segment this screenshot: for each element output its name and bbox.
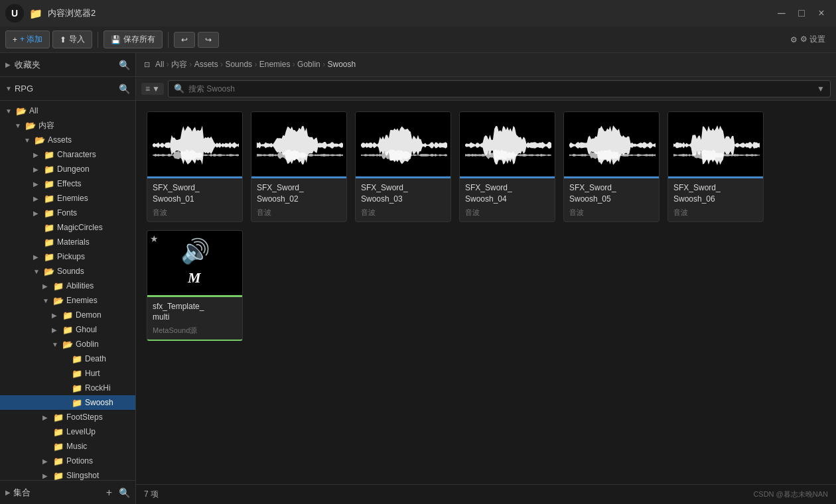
sidebar-item-swoosh[interactable]: 📁Swoosh	[0, 395, 135, 410]
minimize-button[interactable]: ─	[772, 4, 791, 23]
asset-name-sword1: SFX_Sword_ Swoosh_01	[153, 182, 237, 205]
asset-card-sword4[interactable]: SFX_Sword_ Swoosh_04音波	[459, 111, 555, 222]
favorites-search-icon[interactable]: 🔍	[119, 60, 130, 70]
maximize-button[interactable]: □	[792, 4, 811, 23]
breadcrumb-item-swoosh[interactable]: Swoosh	[327, 60, 356, 69]
toolbar-right: ⚙ ⚙ 设置	[785, 31, 831, 48]
asset-card-sword6[interactable]: SFX_Sword_ Swoosh_06音波	[667, 111, 764, 222]
folder-icon-abilities: 📁	[53, 281, 64, 291]
save-icon: 💾	[111, 35, 121, 44]
folder-icon-characters: 📁	[44, 150, 54, 160]
search-bar: ≡ ▼ 🔍 ▼	[136, 77, 836, 101]
rpg-header: ▼ RPG 🔍	[0, 77, 135, 101]
sidebar-item-neirong[interactable]: ▼📂内容	[0, 118, 135, 133]
tree-item-label-potions: Potions	[66, 456, 93, 466]
add-button[interactable]: + + 添加	[5, 31, 50, 48]
sidebar-item-death[interactable]: 📁Death	[0, 351, 135, 366]
tree-item-label-death: Death	[85, 354, 106, 363]
tree-item-label-enemies2: Enemies	[66, 296, 98, 305]
attribution: CSDN @暮志未晚NAN	[753, 489, 828, 499]
sidebar-item-hurt[interactable]: 📁Hurt	[0, 366, 135, 381]
add-collection-icon[interactable]: +	[106, 487, 112, 499]
sidebar-item-abilities[interactable]: ▶📁Abilities	[0, 279, 135, 293]
sidebar-item-slingshot[interactable]: ▶📁Slingshot	[0, 468, 135, 480]
next-button[interactable]: ↪	[198, 32, 219, 48]
asset-info-sword5: SFX_Sword_ Swoosh_05音波	[564, 178, 659, 221]
asset-card-sword1[interactable]: SFX_Sword_ Swoosh_01音波	[147, 111, 243, 222]
expand-arrow-sounds: ▼	[33, 268, 41, 275]
sidebar-item-sounds[interactable]: ▼📂Sounds	[0, 264, 135, 279]
tree-item-label-rockhi: RockHi	[85, 383, 111, 393]
sidebar-item-assets[interactable]: ▼📂Assets	[0, 133, 135, 147]
sidebar-item-effects[interactable]: ▶📁Effects	[0, 176, 135, 191]
sidebar-item-demon[interactable]: ▶📁Demon	[0, 308, 135, 322]
sidebar-item-dungeon[interactable]: ▶📁Dungeon	[0, 162, 135, 176]
sidebar-item-potions[interactable]: ▶📁Potions	[0, 454, 135, 468]
sidebar-item-all[interactable]: ▼📂All	[0, 103, 135, 118]
blue-accent-line	[564, 176, 660, 178]
breadcrumb-item-all[interactable]: All	[155, 60, 164, 69]
import-button[interactable]: ⬆ 导入	[52, 31, 92, 48]
rpg-search-icon[interactable]: 🔍	[119, 84, 130, 94]
asset-thumbnail-sword3	[356, 112, 451, 178]
breadcrumb-item-enemies[interactable]: Enemies	[259, 60, 291, 69]
search-input[interactable]	[188, 84, 813, 94]
expand-arrow-ghoul: ▶	[52, 326, 60, 334]
tree-item-label-sounds: Sounds	[57, 267, 84, 276]
toolbar-separator	[98, 32, 98, 48]
asset-type-sword5: 音波	[569, 208, 654, 218]
folder-icon-ghoul: 📁	[62, 325, 73, 335]
save-all-button[interactable]: 💾 保存所有	[104, 31, 163, 48]
expand-arrow-footsteps: ▶	[42, 414, 50, 421]
sidebar-item-goblin[interactable]: ▼📂Goblin	[0, 337, 135, 351]
sidebar-item-pickups[interactable]: ▶📁Pickups	[0, 249, 135, 264]
expand-arrow-assets: ▼	[24, 137, 32, 144]
tree-item-label-goblin: Goblin	[76, 340, 99, 349]
sidebar-item-enemies2[interactable]: ▼📂Enemies	[0, 293, 135, 308]
tree-item-label-abilities: Abilities	[66, 281, 94, 290]
folder-icon-demon: 📁	[62, 310, 73, 320]
asset-card-sword5[interactable]: SFX_Sword_ Swoosh_05音波	[563, 111, 660, 222]
blue-accent-line	[251, 176, 347, 178]
breadcrumb-item-sounds[interactable]: Sounds	[225, 60, 252, 69]
prev-button[interactable]: ↩	[174, 32, 195, 48]
waveform-sword4	[465, 125, 551, 165]
favorites-label: 收藏夹	[15, 59, 116, 71]
sidebar-item-footsteps[interactable]: ▶📁FootSteps	[0, 410, 135, 424]
asset-info-sword2: SFX_Sword_ Swoosh_02音波	[251, 178, 346, 221]
sidebar-item-ghoul[interactable]: ▶📁Ghoul	[0, 322, 135, 337]
expand-arrow-pickups: ▶	[33, 253, 41, 261]
sidebar-item-enemies[interactable]: ▶📁Enemies	[0, 191, 135, 206]
search-collection-icon[interactable]: 🔍	[119, 487, 130, 498]
folder-icon-goblin: 📂	[62, 340, 73, 349]
filter-button[interactable]: ≡ ▼	[141, 83, 164, 95]
sidebar-item-rockhi[interactable]: 📁RockHi	[0, 381, 135, 395]
expand-arrow-abilities: ▶	[42, 283, 50, 290]
close-button[interactable]: ×	[812, 4, 831, 23]
asset-card-sword3[interactable]: SFX_Sword_ Swoosh_03音波	[355, 111, 451, 222]
asset-name-sword4: SFX_Sword_ Swoosh_04	[465, 182, 549, 205]
sidebar-item-music[interactable]: 📁Music	[0, 439, 135, 454]
sidebar-item-magiccircles[interactable]: 📁MagicCircles	[0, 220, 135, 235]
ue-logo: U	[5, 4, 24, 23]
sidebar-item-fonts[interactable]: ▶📁Fonts	[0, 206, 135, 220]
breadcrumb-item-内容[interactable]: 内容	[171, 60, 187, 69]
sidebar-item-characters[interactable]: ▶📁Characters	[0, 147, 135, 162]
settings-button[interactable]: ⚙ ⚙ 设置	[785, 31, 831, 48]
breadcrumb-item-goblin[interactable]: Goblin	[297, 60, 320, 69]
blue-accent-line	[356, 176, 451, 178]
breadcrumb-separator: ›	[164, 60, 171, 69]
folder-icon-dungeon: 📁	[44, 164, 54, 174]
tree-item-label-fonts: Fonts	[57, 208, 77, 218]
breadcrumb-item-assets[interactable]: Assets	[194, 60, 218, 69]
sidebar-item-levelup[interactable]: 📁LevelUp	[0, 424, 135, 439]
tree-item-label-characters: Characters	[57, 150, 96, 159]
tree-item-label-hurt: Hurt	[85, 369, 100, 378]
asset-card-template[interactable]: 🔊M★sfx_Template_ multiMetaSound源	[147, 230, 243, 342]
sidebar-item-materials[interactable]: 📁Materials	[0, 235, 135, 249]
search-dropdown-arrow[interactable]: ▼	[817, 84, 825, 94]
expand-arrow-fonts: ▶	[33, 210, 41, 217]
tree-item-label-dungeon: Dungeon	[57, 164, 90, 174]
asset-card-sword2[interactable]: SFX_Sword_ Swoosh_02音波	[251, 111, 347, 222]
tree-item-label-materials: Materials	[57, 237, 90, 247]
